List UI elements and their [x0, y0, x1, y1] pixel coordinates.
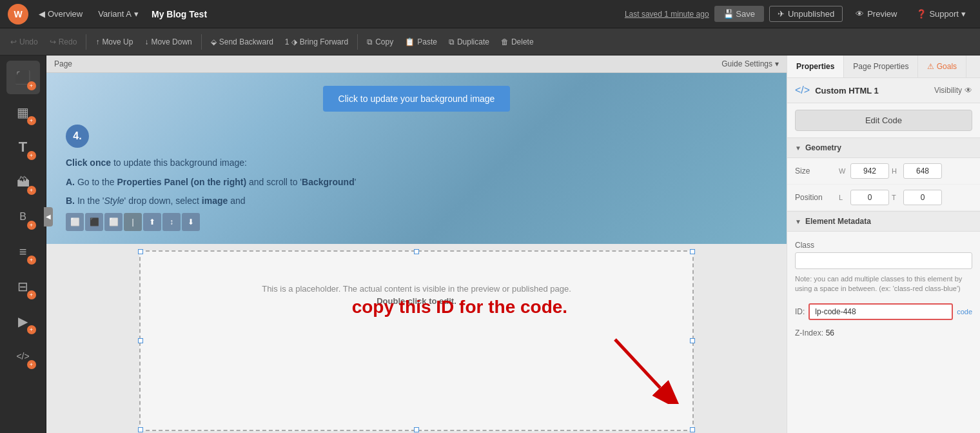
delete-button[interactable]: 🗑 Delete	[496, 35, 539, 49]
tab-goals[interactable]: ⚠ Goals	[918, 55, 966, 77]
visibility-label[interactable]: Visibility 👁	[934, 86, 972, 95]
meta-section: Class Note: you can add multiple classes…	[787, 232, 980, 347]
pos-l-input[interactable]	[850, 190, 889, 205]
bring-forward-button[interactable]: 1 ⬗ Bring Forward	[280, 35, 353, 49]
handle-tl[interactable]	[138, 249, 143, 254]
zindex-row: Z-Index: 56	[787, 324, 980, 341]
geometry-section-header[interactable]: ▼ Geometry	[787, 137, 980, 158]
preview-button[interactable]: 👁 Preview	[848, 6, 905, 22]
size-label: Size	[795, 166, 834, 176]
page-tab[interactable]: Page	[54, 59, 72, 68]
copy-id-button[interactable]: code	[957, 308, 972, 316]
save-button[interactable]: 💾 Save	[714, 6, 764, 22]
right-panel: Properties Page Properties ⚠ Goals </> C…	[787, 55, 980, 433]
metadata-chevron: ▼	[795, 218, 801, 225]
handle-bl[interactable]	[138, 427, 143, 432]
ctrl-align-center[interactable]: ⬛	[85, 213, 103, 231]
width-input[interactable]	[850, 163, 889, 179]
handle-mr[interactable]	[690, 338, 695, 343]
logo[interactable]: W	[8, 4, 28, 25]
element-controls: ⬜ ⬛ ⬜ | ⬆ ↕ ⬇	[66, 213, 767, 231]
variant-btn[interactable]: Variant A ▾	[93, 6, 144, 21]
edit-code-button[interactable]: Edit Code	[795, 110, 972, 131]
canvas-inner: Click to update your background image 4.…	[46, 73, 787, 433]
collapse-arrow[interactable]: ◀	[44, 207, 53, 227]
metadata-title: Element Metadata	[805, 217, 871, 226]
background-ref: Background	[302, 177, 355, 187]
prop-header-left: </> Custom HTML 1	[795, 85, 879, 96]
move-down-button[interactable]: ↓ Move Down	[139, 35, 197, 49]
ctrl-align-right[interactable]: ⬜	[104, 213, 122, 231]
sidebar-icon-code[interactable]: </> +	[6, 339, 40, 373]
canvas-scroll[interactable]: Click to update your background image 4.…	[46, 73, 787, 433]
divider3	[357, 34, 358, 50]
unpublished-button[interactable]: ✈ Unpublished	[769, 6, 843, 22]
html-placeholder[interactable]: This is a placeholder. The actual conten…	[139, 250, 694, 431]
sidebar-icon-list[interactable]: ≡ +	[6, 235, 40, 268]
canvas-area[interactable]: Click to update your background image 4.…	[46, 73, 787, 433]
list-badge: +	[27, 256, 36, 265]
ctrl-top[interactable]: ⬆	[143, 213, 161, 231]
metadata-section-header[interactable]: ▼ Element Metadata	[787, 211, 980, 232]
text-icon: T	[19, 139, 27, 156]
banner-button[interactable]: Click to update your background image	[323, 86, 511, 112]
position-label: Position	[795, 193, 834, 202]
undo-button[interactable]: ↩ Undo	[5, 35, 43, 49]
overview-btn[interactable]: ◀ Overview	[34, 6, 88, 21]
video-badge: +	[27, 325, 36, 334]
support-button[interactable]: ❓ Support ▾	[910, 6, 972, 22]
class-note: Note: you can add multiple classes to th…	[787, 273, 980, 299]
pos-t-input[interactable]	[903, 190, 942, 205]
size-input-group: W H	[839, 163, 972, 179]
copy-button[interactable]: ⧉ Copy	[362, 35, 398, 49]
code-icon: </>	[16, 351, 29, 361]
sidebar-icon-text[interactable]: T +	[6, 130, 40, 164]
sidebar-icon-section[interactable]: ⬛ +	[6, 61, 40, 94]
rows-badge: +	[27, 290, 36, 299]
ctrl-bottom[interactable]: ⬇	[182, 213, 200, 231]
ctrl-separator: |	[124, 213, 142, 231]
handle-br[interactable]	[690, 427, 695, 432]
instruction-b-label: B.	[66, 196, 75, 206]
ctrl-middle[interactable]: ↕	[162, 213, 181, 231]
center-panel: Page Guide Settings ▾ Click to update yo…	[46, 55, 787, 433]
placeholder-text: This is a placeholder. The actual conten…	[262, 284, 571, 294]
main-layout: ⬛ + ▦ + T + 🏔 + B + ≡ + ⊟ + ▶ +	[0, 55, 980, 433]
sidebar-icon-block[interactable]: ▦ +	[6, 96, 40, 129]
image-ref: image	[202, 196, 228, 206]
toolbar: ↩ Undo ↪ Redo ↑ Move Up ↓ Move Down ⬙ Se…	[0, 28, 980, 55]
handle-ml[interactable]	[138, 338, 143, 343]
style-ref: Style	[104, 196, 124, 206]
sidebar-icon-image[interactable]: 🏔 +	[6, 165, 40, 199]
duplicate-button[interactable]: ⧉ Duplicate	[444, 35, 495, 49]
handle-bc[interactable]	[414, 427, 419, 432]
tab-properties[interactable]: Properties	[787, 55, 844, 77]
step-number: 4.	[66, 125, 89, 148]
class-input[interactable]	[795, 252, 972, 269]
move-up-button[interactable]: ↑ Move Up	[90, 35, 138, 49]
page-label-bar: Page Guide Settings ▾	[46, 55, 787, 73]
blue-banner[interactable]: Click to update your background image 4.…	[46, 73, 787, 244]
handle-tc[interactable]	[414, 249, 419, 254]
sidebar-icon-button[interactable]: B +	[6, 200, 40, 234]
red-annotation: copy this ID for the code.	[352, 297, 567, 317]
text-badge: +	[27, 151, 36, 160]
sidebar-icon-video[interactable]: ▶ +	[6, 305, 40, 338]
send-backward-button[interactable]: ⬙ Send Backward	[206, 35, 279, 49]
right-panel-tabs: Properties Page Properties ⚠ Goals	[787, 55, 980, 78]
height-input[interactable]	[903, 163, 942, 179]
class-label: Class	[795, 241, 972, 250]
paste-button[interactable]: 📋 Paste	[400, 35, 442, 49]
id-value-box[interactable]: lp-code-448	[808, 303, 953, 320]
ctrl-align-left[interactable]: ⬜	[66, 213, 84, 231]
guide-settings-btn[interactable]: Guide Settings ▾	[721, 59, 779, 68]
last-saved[interactable]: Last saved 1 minute ago	[625, 10, 709, 19]
top-navbar: W ◀ Overview Variant A ▾ My Blog Test La…	[0, 0, 980, 28]
tab-page-properties[interactable]: Page Properties	[844, 55, 918, 77]
redo-button[interactable]: ↪ Redo	[44, 35, 83, 49]
handle-tr[interactable]	[690, 249, 695, 254]
section-badge: +	[27, 81, 36, 90]
sidebar-icon-rows[interactable]: ⊟ +	[6, 270, 40, 303]
button-icon: B	[19, 211, 26, 223]
block-badge: +	[27, 116, 36, 125]
